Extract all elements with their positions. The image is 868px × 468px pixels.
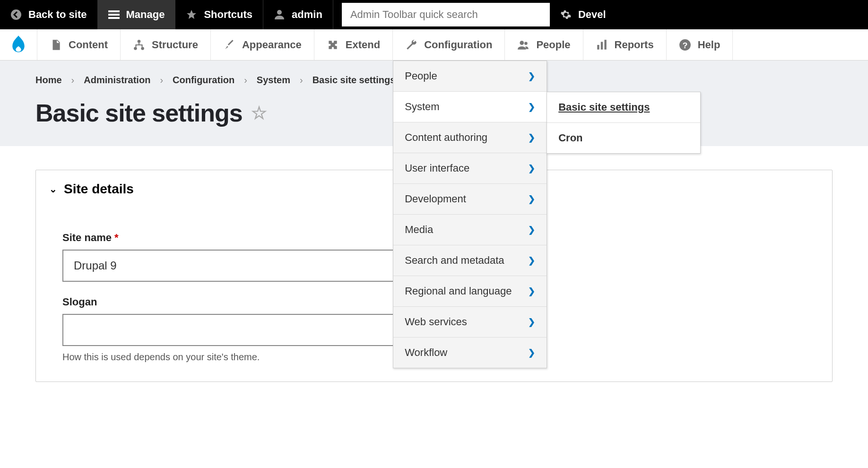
svg-point-8 [520,41,524,45]
chevron-right-icon: ❯ [528,225,535,235]
chevron-down-icon: ⌄ [49,183,57,195]
menu-help-label: Help [698,39,720,51]
admin-toolbar: Content Structure Appearance Extend Conf… [0,29,868,61]
chevron-right-icon: ❯ [528,71,535,81]
dropdown-user-interface-label: User interface [405,162,469,174]
shortcuts-label: Shortcuts [204,9,252,21]
page-title-text: Basic site settings [35,99,243,127]
menu-reports-label: Reports [615,39,654,51]
chevron-right-icon: ❯ [528,163,535,173]
shortcut-star-icon[interactable]: ☆ [251,103,267,123]
top-toolbar: Back to site Manage Shortcuts admin Deve… [0,0,868,29]
menu-appearance[interactable]: Appearance [211,29,314,60]
admin-toolbar-search-input[interactable] [342,3,550,26]
svg-rect-11 [600,42,602,49]
svg-point-6 [134,47,137,50]
breadcrumb-configuration[interactable]: Configuration [173,75,234,86]
menu-help[interactable]: ? Help [667,29,733,60]
file-icon [50,39,62,51]
drupal-icon [10,35,26,54]
menu-content[interactable]: Content [37,29,121,60]
dropdown-system[interactable]: System❯ [393,92,547,122]
submenu-cron[interactable]: Cron [547,123,700,153]
menu-content-label: Content [69,39,108,51]
menu-people[interactable]: People [505,29,583,60]
dropdown-web-services[interactable]: Web services❯ [393,307,547,338]
chevron-right-icon: ❯ [528,317,535,327]
devel-label: Devel [578,9,606,21]
hamburger-icon [108,9,120,20]
menu-extend[interactable]: Extend [314,29,393,60]
submenu-basic-site-settings-label: Basic site settings [558,101,650,113]
site-details-summary-label: Site details [64,182,134,197]
svg-rect-2 [108,14,120,16]
menu-configuration[interactable]: Configuration People❯ System❯ Content au… [393,29,505,60]
arrow-left-circle-icon [10,9,22,20]
dropdown-people[interactable]: People❯ [393,61,547,92]
shortcuts-button[interactable]: Shortcuts [175,0,263,29]
dropdown-development-label: Development [405,193,466,205]
dropdown-content-authoring[interactable]: Content authoring❯ [393,122,547,153]
dropdown-workflow[interactable]: Workflow❯ [393,338,547,368]
paintbrush-icon [223,39,235,51]
breadcrumb-separator: › [300,75,303,86]
user-icon [274,9,285,20]
breadcrumb-current: Basic site settings [312,75,396,86]
manage-label: Manage [126,9,165,21]
menu-configuration-label: Configuration [424,39,492,51]
breadcrumb-home[interactable]: Home [35,75,62,86]
svg-point-4 [277,10,282,15]
admin-user-label: admin [292,9,322,21]
svg-rect-12 [604,40,606,50]
breadcrumb-separator: › [71,75,75,86]
dropdown-regional-language[interactable]: Regional and language❯ [393,276,547,307]
barchart-icon [596,39,608,51]
chevron-right-icon: ❯ [528,286,535,296]
chevron-right-icon: ❯ [528,194,535,204]
star-icon [186,9,197,20]
wrench-icon [405,39,417,51]
menu-appearance-label: Appearance [242,39,302,51]
puzzle-icon [327,39,339,51]
hierarchy-icon [133,39,145,51]
chevron-right-icon: ❯ [528,102,535,112]
dropdown-content-authoring-label: Content authoring [405,131,487,144]
dropdown-user-interface[interactable]: User interface❯ [393,153,547,184]
system-submenu: Basic site settings Cron [547,92,701,154]
menu-structure[interactable]: Structure [121,29,211,60]
svg-point-9 [525,42,528,45]
svg-point-5 [138,40,141,43]
svg-rect-3 [108,17,120,19]
people-icon [517,39,529,51]
slogan-label-text: Slogan [62,296,97,308]
dropdown-system-label: System [405,101,439,113]
submenu-basic-site-settings[interactable]: Basic site settings [547,92,700,123]
svg-rect-1 [108,10,120,12]
dropdown-search-metadata[interactable]: Search and metadata❯ [393,245,547,276]
dropdown-regional-language-label: Regional and language [405,285,512,297]
devel-button[interactable]: Devel [550,0,616,29]
admin-user-button[interactable]: admin [263,0,333,29]
chevron-right-icon: ❯ [528,132,535,143]
back-to-site-button[interactable]: Back to site [0,0,98,29]
drupal-logo[interactable] [0,29,37,60]
site-name-label-text: Site name [62,232,112,243]
breadcrumb-administration[interactable]: Administration [84,75,150,86]
menu-reports[interactable]: Reports [583,29,667,60]
manage-button[interactable]: Manage [98,0,176,29]
breadcrumb-system[interactable]: System [257,75,290,86]
dropdown-media[interactable]: Media❯ [393,215,547,245]
dropdown-search-metadata-label: Search and metadata [405,254,504,267]
required-asterisk: * [114,232,119,243]
dropdown-development[interactable]: Development❯ [393,184,547,215]
gear-icon [560,9,572,20]
dropdown-web-services-label: Web services [405,316,467,328]
menu-structure-label: Structure [152,39,198,51]
dropdown-people-label: People [405,70,437,82]
help-icon: ? [679,39,691,51]
configuration-dropdown: People❯ System❯ Content authoring❯ User … [393,61,547,368]
submenu-cron-label: Cron [558,132,582,144]
svg-point-0 [11,9,21,20]
search-container [333,0,550,29]
svg-point-7 [141,47,144,50]
